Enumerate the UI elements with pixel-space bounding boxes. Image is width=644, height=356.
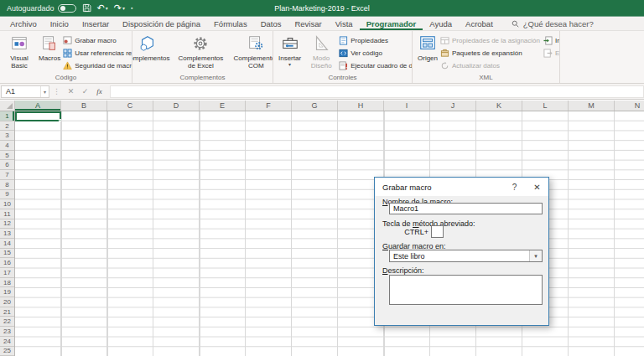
dialog-title: Grabar macro [382,183,432,192]
toolbox-icon [281,34,299,54]
selected-cell-a1[interactable] [15,111,61,121]
cancel-entry-icon[interactable]: ✕ [64,87,78,95]
tab-insertar[interactable]: Insertar [75,17,116,30]
propiedades-button[interactable]: Propiedades [339,35,413,46]
title-bar: Plan-Marketing-2019 - Excel Autoguardado… [0,0,644,17]
formula-input[interactable] [110,85,644,98]
shortcut-key-input[interactable] [431,225,444,238]
complementos-com-button[interactable]: Complementos COM [229,33,273,70]
name-box-dropdown-icon[interactable]: ▾ [40,86,49,97]
enter-entry-icon[interactable]: ✓ [78,87,92,95]
ejecutar-dialogo-label: Ejecutar cuadro de diálogo [351,62,413,70]
select-all-corner[interactable] [0,101,15,111]
usar-referencias-button[interactable]: Usar referencias relativas [63,48,132,59]
row-header[interactable]: 25 [0,347,14,356]
grabar-macro-button[interactable]: Grabar macro [63,35,132,46]
tab-acrobat[interactable]: Acrobat [459,17,500,30]
column-header[interactable]: H [338,101,384,111]
paquetes-expansion-label: Paquetes de expansión [452,49,522,57]
row-header[interactable]: 4 [0,141,14,151]
tab-programador[interactable]: Programador [360,17,423,30]
dialog-help-button[interactable]: ? [503,178,526,196]
column-header[interactable]: I [384,101,430,111]
origen-button[interactable]: Origen [415,33,440,63]
row-header[interactable]: 15 [0,249,14,259]
tab-revisar[interactable]: Revisar [288,17,328,30]
dialog-close-icon[interactable]: ✕ [526,178,548,196]
insertar-control-button[interactable]: Insertar ▾ [276,33,304,69]
row-header[interactable]: 17 [0,268,14,278]
column-header[interactable]: F [246,101,292,111]
row-header[interactable]: 6 [0,160,14,170]
complementos-excel-button[interactable]: Complementos de Excel [174,33,227,70]
row-header[interactable]: 11 [0,209,14,219]
undo-dropdown-icon[interactable]: ▾ [106,6,108,11]
column-header[interactable]: K [476,101,522,111]
tab-vista[interactable]: Vista [329,17,360,30]
actualizar-datos-label: Actualizar datos [452,62,500,70]
row-header[interactable]: 20 [0,297,14,307]
row-header[interactable]: 10 [0,199,14,209]
column-header[interactable]: B [61,101,107,111]
row-header[interactable]: 12 [0,219,14,230]
fill-handle[interactable] [59,119,61,121]
row-header[interactable]: 7 [0,170,14,180]
dialog-title-bar[interactable]: Grabar macro ? ✕ [375,178,548,196]
complementos-button[interactable]: Complementos [132,33,172,63]
autosave-control[interactable]: Autoguardado [7,4,76,13]
column-header[interactable]: E [200,101,246,111]
ejecutar-dialogo-button[interactable]: Ejecutar cuadro de diálogo [339,60,413,71]
store-macro-in-select[interactable]: Este libro ▾ [389,250,543,262]
row-header[interactable]: 13 [0,229,14,239]
paquetes-expansion-button[interactable]: Paquetes de expansión [440,48,540,59]
customize-qat-icon[interactable]: ▪ [131,5,132,11]
insert-function-icon[interactable]: fx [92,87,106,95]
tab-formulas[interactable]: Fórmulas [207,17,254,30]
combo-chevron-icon[interactable]: ▾ [529,250,542,261]
row-header[interactable]: 24 [0,337,14,347]
name-box[interactable]: A1 ▾ [1,85,49,98]
row-header[interactable]: 8 [0,180,14,190]
macro-name-input[interactable] [389,203,543,214]
tab-inicio[interactable]: Inicio [44,17,75,30]
row-header[interactable]: 22 [0,317,14,327]
tell-me-search[interactable]: ¿Qué desea hacer? [512,17,594,30]
ribbon: Visual Basic Macros Grabar macro [0,31,644,84]
row-header[interactable]: 18 [0,278,14,288]
row-header[interactable]: 21 [0,307,14,317]
tab-datos[interactable]: Datos [254,17,288,30]
column-header[interactable]: D [153,101,200,111]
row-header[interactable]: 19 [0,287,14,297]
row-header[interactable]: 2 [0,121,14,132]
tab-disposicion[interactable]: Disposición de página [116,17,207,30]
description-textarea[interactable] [389,275,543,305]
importar-button[interactable]: Importar [543,35,560,46]
column-header[interactable]: C [107,101,153,111]
row-header[interactable]: 1 [0,111,14,121]
row-header[interactable]: 9 [0,190,14,200]
row-header[interactable]: 5 [0,151,14,161]
row-header[interactable]: 16 [0,258,14,268]
redo-button[interactable]: ↷▾ [114,3,125,13]
column-header[interactable]: J [430,101,476,111]
column-header[interactable]: L [522,101,569,111]
tab-archivo[interactable]: Archivo [3,17,44,30]
column-header[interactable]: G [292,101,338,111]
ver-codigo-button[interactable]: Ver código [339,48,413,59]
row-header[interactable]: 14 [0,239,14,249]
row-header[interactable]: 23 [0,327,14,337]
undo-button[interactable]: ↶▾ [97,3,108,13]
autosave-toggle-icon[interactable] [58,4,76,13]
column-header[interactable]: A [15,101,61,111]
row-header[interactable]: 3 [0,131,14,141]
redo-dropdown-icon[interactable]: ▾ [122,6,125,11]
seguridad-macros-button[interactable]: Seguridad de macros [63,60,132,71]
macros-button[interactable]: Macros [36,33,63,63]
column-header[interactable]: N [615,101,644,111]
tab-ayuda[interactable]: Ayuda [423,17,459,30]
insertar-dropdown-icon[interactable]: ▾ [288,62,291,68]
cells-area[interactable] [15,111,644,356]
visual-basic-button[interactable]: Visual Basic [3,33,36,70]
save-icon[interactable] [82,3,91,13]
column-header[interactable]: M [569,101,615,111]
